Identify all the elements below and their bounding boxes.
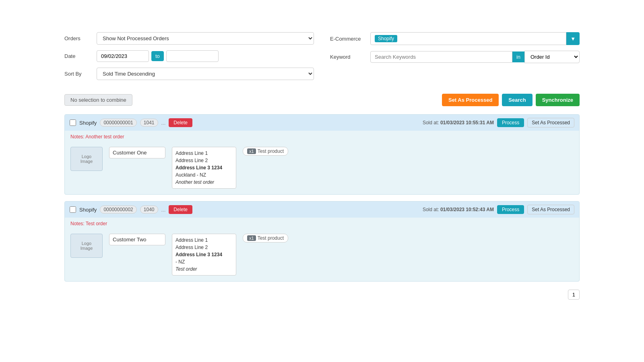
keyword-label: Keyword [330, 54, 370, 60]
product-qty-1: x1 [247, 148, 256, 154]
page-1-button[interactable]: 1 [568, 290, 580, 300]
process-button-1[interactable]: Process [497, 118, 524, 127]
order-platform-1: Shopify [79, 120, 97, 126]
no-selection-button[interactable]: No selection to combine [64, 94, 132, 106]
set-as-processed-button[interactable]: Set As Processed [442, 94, 499, 106]
shopify-badge: Shopify [375, 35, 397, 42]
search-button[interactable]: Search [502, 94, 532, 106]
keyword-input[interactable] [370, 51, 512, 63]
set-processed-button-1[interactable]: Set As Processed [527, 118, 574, 128]
in-button[interactable]: in [512, 51, 524, 62]
customer-name-1: Customer One [109, 147, 165, 158]
order-header-2: Shopify 00000000002 1040 ... Delete Sold… [65, 202, 579, 218]
order-number-badge-1: 00000000001 [100, 119, 136, 127]
logo-image-2: LogoImage [70, 234, 103, 258]
sort-label: Sort By [64, 71, 97, 77]
ecommerce-dropdown-button[interactable]: ▼ [566, 32, 580, 45]
sold-at-1: Sold at: 01/03/2023 10:55:31 AM [423, 120, 494, 125]
product-name-2: Test product [258, 235, 284, 241]
order-dots-2[interactable]: ... [161, 207, 166, 213]
ecommerce-input: Shopify [370, 32, 566, 45]
set-processed-button-2[interactable]: Set As Processed [527, 205, 574, 214]
order-card-1: Shopify 00000000001 1041 ... Delete Sold… [64, 114, 580, 195]
order-platform-2: Shopify [79, 207, 97, 213]
process-button-2[interactable]: Process [497, 205, 524, 214]
order-checkbox-2[interactable] [70, 206, 76, 213]
order-number-badge-2: 00000000002 [100, 206, 136, 214]
synchronize-button[interactable]: Synchronize [536, 94, 580, 106]
order-header-1: Shopify 00000000001 1041 ... Delete Sold… [65, 115, 579, 131]
address-2: Address Line 1 Address Line 2 Address Li… [172, 234, 236, 276]
delete-button-2[interactable]: Delete [169, 205, 192, 214]
order-body-2: LogoImage Customer Two Address Line 1 Ad… [65, 230, 579, 281]
order-dots-1[interactable]: ... [161, 120, 166, 126]
product-name-1: Test product [258, 148, 284, 154]
order-seq-badge-2: 1040 [140, 206, 158, 214]
order-notes-2: Notes: Test order [65, 218, 579, 230]
order-seq-badge-1: 1041 [140, 119, 158, 127]
product-tag-1: x1 Test product [243, 147, 288, 156]
order-notes-1: Notes: Another test order [65, 131, 579, 143]
order-card-2: Shopify 00000000002 1040 ... Delete Sold… [64, 201, 580, 282]
date-from-input[interactable] [97, 50, 149, 62]
delete-button-1[interactable]: Delete [169, 118, 192, 127]
date-label: Date [64, 53, 97, 59]
logo-image-1: LogoImage [70, 147, 103, 171]
product-tag-2: x1 Test product [243, 234, 288, 243]
ecommerce-label: E-Commerce [330, 36, 370, 42]
date-to-input[interactable] [166, 50, 219, 62]
customer-name-2: Customer Two [109, 234, 165, 245]
pagination: 1 [64, 290, 580, 300]
sort-select[interactable]: Sold Time Descending Sold Time Ascending [97, 68, 314, 80]
orders-list: Shopify 00000000001 1041 ... Delete Sold… [64, 114, 580, 282]
order-checkbox-1[interactable] [70, 119, 76, 126]
keyword-type-select[interactable]: Order Id Customer Name Product [524, 51, 580, 63]
order-body-1: LogoImage Customer One Address Line 1 Ad… [65, 143, 579, 194]
to-badge: to [151, 51, 164, 61]
orders-label: Orders [64, 35, 97, 41]
sold-at-2: Sold at: 01/03/2023 10:52:43 AM [423, 207, 494, 212]
orders-select[interactable]: Show Not Processed Orders Show All Order… [97, 32, 314, 45]
action-buttons: Set As Processed Search Synchronize [442, 94, 580, 106]
address-1: Address Line 1 Address Line 2 Address Li… [172, 147, 236, 189]
product-qty-2: x1 [247, 235, 256, 241]
